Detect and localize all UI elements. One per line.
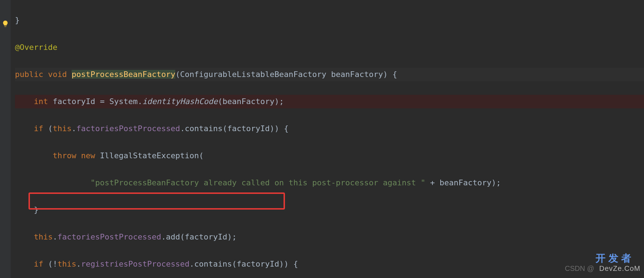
- csdn-label: CSDN @: [565, 262, 594, 275]
- lightbulb-icon[interactable]: [1, 20, 9, 28]
- code-line: }: [15, 14, 644, 27]
- code-line: }: [15, 203, 644, 217]
- code-line: @Override: [15, 41, 644, 54]
- code-line: this.factoriesPostProcessed.add(factoryI…: [15, 230, 644, 244]
- code-line: public void postProcessBeanFactory(Confi…: [15, 68, 644, 81]
- editor-gutter: [0, 0, 11, 278]
- watermark-footer: CSDN @ DevZe.CoM: [565, 262, 640, 275]
- code-line: if (!this.registriesPostProcessed.contai…: [15, 257, 644, 271]
- devze-label: DevZe.CoM: [599, 262, 640, 275]
- code-editor[interactable]: } @Override public void postProcessBeanF…: [11, 0, 644, 278]
- code-line: if (this.factoriesPostProcessed.contains…: [15, 122, 644, 135]
- code-line: int factoryId = System.identityHashCode(…: [15, 95, 644, 108]
- code-line: throw new IllegalStateException(: [15, 149, 644, 163]
- code-line: "postProcessBeanFactory already called o…: [15, 176, 644, 190]
